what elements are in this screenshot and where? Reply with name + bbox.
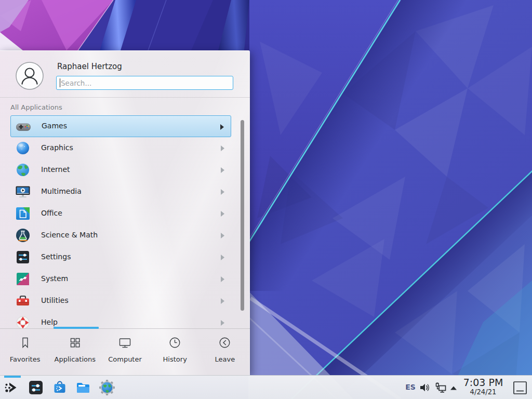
help-icon — [14, 314, 32, 328]
category-row-graphics[interactable]: Graphics — [10, 137, 231, 159]
volume-icon[interactable] — [419, 381, 431, 394]
chevron-right-icon — [221, 211, 224, 217]
tab-label: Favorites — [0, 355, 50, 363]
chevron-right-icon — [221, 167, 224, 173]
category-list: Games Graphics Internet — [10, 115, 231, 328]
discover-software-icon[interactable] — [51, 379, 68, 396]
search-input[interactable] — [56, 76, 233, 90]
category-label: Science & Math — [41, 231, 98, 239]
chevron-right-icon — [220, 124, 224, 130]
science-icon — [14, 227, 32, 244]
games-icon — [15, 118, 32, 136]
tab-label: History — [150, 355, 200, 363]
tab-leave[interactable]: Leave — [200, 329, 250, 376]
category-row-multimedia[interactable]: Multimedia — [10, 181, 231, 203]
category-label: Settings — [41, 252, 71, 261]
chevron-right-icon — [221, 189, 224, 195]
text-caret — [60, 78, 60, 87]
category-label: Internet — [41, 165, 70, 174]
tab-applications[interactable]: Applications — [50, 329, 100, 376]
applications-icon — [68, 336, 82, 350]
category-label: Help — [41, 318, 58, 326]
internet-icon — [14, 161, 32, 179]
settings-icon — [14, 248, 32, 266]
category-label: Multimedia — [41, 187, 82, 195]
system-settings-icon[interactable] — [28, 379, 44, 396]
category-row-help[interactable]: Help — [10, 312, 231, 328]
category-row-internet[interactable]: Internet — [10, 159, 231, 181]
konqueror-browser-icon[interactable] — [99, 379, 115, 396]
user-avatar[interactable] — [16, 62, 44, 90]
keyboard-layout-indicator[interactable]: ES — [403, 383, 418, 391]
chevron-right-icon — [221, 233, 224, 238]
kickoff-launcher-icon[interactable] — [3, 379, 20, 396]
user-name: Raphael Hertzog — [57, 62, 122, 71]
category-label: Office — [41, 209, 62, 217]
show-desktop-widget[interactable] — [513, 381, 527, 395]
leave-icon — [218, 336, 232, 350]
application-launcher-menu: Raphael Hertzog All Applications Games — [0, 50, 250, 375]
chevron-right-icon — [221, 145, 224, 151]
category-row-system[interactable]: System — [10, 268, 231, 290]
taskbar-panel: ES 7:03 PM 4/24/21 — [0, 375, 532, 399]
tab-history[interactable]: History — [150, 329, 200, 376]
chevron-right-icon — [221, 255, 224, 260]
category-label: Utilities — [41, 296, 69, 304]
category-row-office[interactable]: Office — [10, 203, 231, 224]
footer-tab-bar: Favorites Applications Computer History — [0, 329, 250, 376]
clock-time: 7:03 PM — [459, 377, 507, 388]
clock-date: 4/24/21 — [459, 388, 507, 396]
category-row-science-math[interactable]: Science & Math — [10, 224, 231, 246]
tab-label: Applications — [50, 355, 100, 363]
category-row-settings[interactable]: Settings — [10, 246, 231, 268]
section-label: All Applications — [10, 103, 62, 111]
network-wired-icon[interactable] — [434, 381, 447, 394]
category-label: Graphics — [41, 143, 73, 152]
system-icon — [14, 270, 32, 288]
category-label: Games — [42, 122, 67, 130]
digital-clock[interactable]: 7:03 PM 4/24/21 — [459, 377, 507, 396]
list-scrollbar[interactable] — [241, 120, 244, 311]
search-field-wrap — [56, 76, 233, 90]
caret-up-icon[interactable] — [449, 384, 458, 391]
tab-favorites[interactable]: Favorites — [0, 329, 50, 376]
utilities-icon — [14, 292, 32, 310]
category-row-games[interactable]: Games — [10, 115, 231, 137]
category-label: System — [41, 274, 68, 283]
chevron-right-icon — [221, 276, 224, 282]
favorites-icon — [18, 336, 32, 350]
header-separator — [0, 97, 250, 98]
office-icon — [14, 205, 32, 222]
chevron-right-icon — [221, 298, 224, 304]
chevron-right-icon — [221, 320, 224, 326]
active-task-indicator — [4, 376, 21, 378]
computer-icon — [118, 336, 132, 350]
tab-computer[interactable]: Computer — [100, 329, 150, 376]
multimedia-icon — [14, 183, 32, 201]
dolphin-file-manager-icon[interactable] — [75, 379, 91, 396]
history-icon — [168, 336, 182, 350]
category-row-utilities[interactable]: Utilities — [10, 290, 231, 312]
graphics-icon — [14, 139, 32, 157]
tab-label: Leave — [200, 355, 250, 363]
tab-label: Computer — [100, 355, 150, 363]
